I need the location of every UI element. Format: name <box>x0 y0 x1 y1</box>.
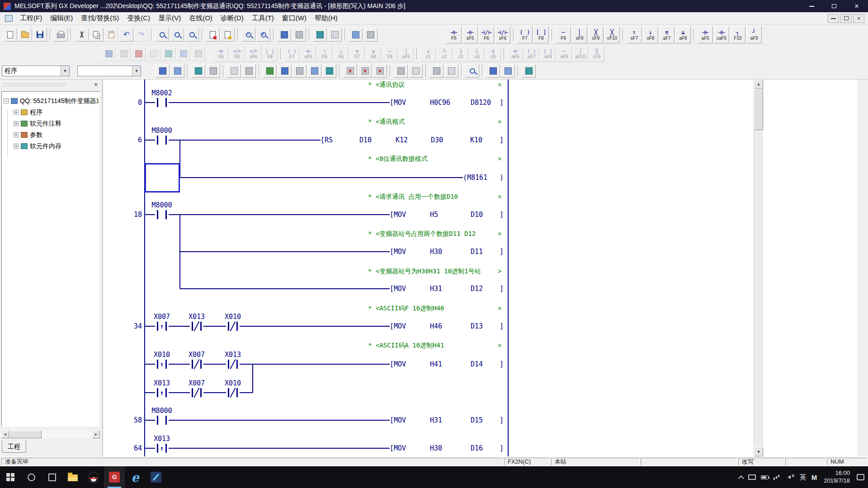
note-display-button[interactable] <box>191 64 205 78</box>
contact-X010[interactable] <box>226 321 240 331</box>
tree-item-expander[interactable]: + <box>14 121 19 126</box>
qq-taskbar-button[interactable] <box>83 466 104 488</box>
online-change-cancel-button[interactable] <box>358 64 372 78</box>
ladder-symbol-cF10-button[interactable]: ╳cF10 <box>604 26 620 43</box>
save-project-button[interactable] <box>33 28 47 42</box>
project-data-list-button[interactable] <box>277 28 291 42</box>
restore-button[interactable] <box>823 0 845 12</box>
display-status-icon[interactable] <box>748 474 756 480</box>
program-previous-button[interactable] <box>486 64 500 78</box>
ladder-symbol-aF9-button[interactable]: ┘aF9 <box>746 26 762 43</box>
tree-root-expander[interactable]: − <box>4 99 9 103</box>
ladder-symbol-sF9-button[interactable]: │sF9 <box>572 26 587 43</box>
statement-display-button[interactable] <box>170 64 184 78</box>
tray-expand-icon[interactable] <box>738 475 744 481</box>
tree-item-expander[interactable]: + <box>14 132 19 137</box>
mdi-restore-button[interactable] <box>840 14 852 23</box>
ladder-symbol-F8-button[interactable]: [ ]F8 <box>533 26 549 43</box>
internet-explorer-taskbar-button[interactable]: e <box>125 466 146 488</box>
monitor-stop-button[interactable] <box>343 64 357 78</box>
hscroll-right-button[interactable]: ► <box>92 431 100 438</box>
hscroll-thumb[interactable] <box>9 431 42 438</box>
contact-X010[interactable] <box>226 388 240 398</box>
tree-item-expander[interactable]: + <box>14 110 19 115</box>
volume-muted-icon[interactable] <box>786 474 795 480</box>
edit-delete-button[interactable] <box>373 64 387 78</box>
zoom-in-button[interactable] <box>256 28 270 42</box>
write-mode-button[interactable] <box>307 64 321 78</box>
contact-X007[interactable]: ↑ <box>155 321 169 331</box>
ladder-symbol-sF5-button[interactable]: ⊣⊢sF5 <box>462 26 478 43</box>
instruction-MOV[interactable]: [MOV <box>390 284 406 293</box>
contact-X010[interactable]: ↑ <box>155 359 169 369</box>
scroll-up-button[interactable]: ▲ <box>754 80 763 89</box>
minimize-button[interactable] <box>800 0 823 12</box>
ladder-monitor-mark-button[interactable] <box>221 28 235 42</box>
contact-M8000[interactable] <box>155 210 169 220</box>
tree-item-1[interactable]: +软元件注释 <box>4 118 99 129</box>
insert-column-button[interactable] <box>429 64 443 78</box>
ladder-edit-mark-button[interactable] <box>206 28 220 42</box>
window-arrange-button[interactable] <box>292 28 306 42</box>
close-button[interactable]: × <box>845 0 868 12</box>
ladder-symbol-F6-button[interactable]: ⊣/⊢F6 <box>479 26 494 43</box>
program-next-button[interactable] <box>501 64 515 78</box>
menu-item-6[interactable]: 诊断(D) <box>217 12 248 24</box>
instruction-RS[interactable]: [RS <box>321 136 333 145</box>
contact-X007[interactable] <box>190 388 203 398</box>
instruction-MOV[interactable]: [MOV <box>390 360 406 369</box>
menu-item-2[interactable]: 查找/替换(S) <box>77 12 123 24</box>
hscroll-left-button[interactable]: ◄ <box>1 431 9 438</box>
ladder-symbol-sF7-button[interactable]: ↑sF7 <box>627 26 642 43</box>
hscroll-track[interactable] <box>9 431 92 438</box>
menu-item-7[interactable]: 工具(T) <box>248 12 278 24</box>
instruction-MOV[interactable]: [MOV <box>390 98 406 107</box>
menu-item-4[interactable]: 显示(V) <box>154 12 185 24</box>
insert-row-button[interactable] <box>394 64 408 78</box>
instruction-MOV[interactable]: [MOV <box>390 444 406 453</box>
tree-item-expander[interactable]: + <box>14 144 19 149</box>
secondary-select[interactable]: ▼ <box>77 66 141 76</box>
contact-X013[interactable] <box>190 321 203 331</box>
ladder-symbol-aF8-button[interactable]: ⇊aF8 <box>675 26 691 43</box>
menu-item-5[interactable]: 在线(O) <box>185 12 217 24</box>
ladder-symbol-F10-button[interactable]: ┐F10 <box>730 26 745 43</box>
mdi-minimize-button[interactable] <box>828 14 839 23</box>
instruction-MOV[interactable]: [MOV <box>390 322 406 331</box>
network-status-icon[interactable] <box>774 474 781 480</box>
open-project-button[interactable] <box>18 28 32 42</box>
monitor-write-mode-button[interactable] <box>278 64 292 78</box>
macro-display-button[interactable] <box>227 64 241 78</box>
instruction-list-button[interactable] <box>313 28 327 42</box>
ladder-monitor-start-button[interactable] <box>263 64 277 78</box>
scroll-down-button[interactable]: ▼ <box>754 447 763 456</box>
cortana-taskbar-button[interactable] <box>21 466 42 488</box>
menu-item-1[interactable]: 编辑(E) <box>46 12 77 24</box>
pinned-app-dark-taskbar-button[interactable] <box>146 466 166 488</box>
tree-item-2[interactable]: +参数 <box>4 129 99 141</box>
contact-X007[interactable] <box>190 359 203 369</box>
delete-column-button[interactable] <box>444 64 458 78</box>
monitor-mode-button[interactable] <box>322 64 336 78</box>
ladder-symbol-aF7-button[interactable]: ⇈aF7 <box>659 26 675 43</box>
find-button[interactable] <box>155 28 169 42</box>
contact-X013[interactable]: ↑ <box>155 388 169 398</box>
mdi-child-icon[interactable] <box>5 15 13 22</box>
ladder-symbol-F5-button[interactable]: ⊣⊢F5 <box>446 26 462 43</box>
ladder-symbol-sF8-button[interactable]: ↓sF8 <box>643 26 658 43</box>
comment-display-button[interactable] <box>156 64 170 78</box>
undo-button[interactable]: ↶ <box>119 28 133 42</box>
tree-close-button[interactable]: × <box>92 80 100 89</box>
ladder-symbol-caF5-button[interactable]: ⊣⊢caF5 <box>714 26 729 43</box>
screen-switch-button[interactable] <box>522 64 536 78</box>
instruction-MOV[interactable]: [MOV <box>390 247 406 256</box>
task-view-taskbar-button[interactable] <box>42 466 62 488</box>
action-center-icon[interactable] <box>857 474 864 480</box>
contact-X013[interactable] <box>226 359 240 369</box>
contact-M8002[interactable] <box>155 98 169 108</box>
copy-button[interactable] <box>90 28 104 42</box>
gx-developer-taskbar-button[interactable]: G <box>104 466 125 488</box>
file-explorer-taskbar-button[interactable] <box>62 466 83 488</box>
program-check-button[interactable] <box>349 28 363 42</box>
contact-X013[interactable]: ↑ <box>155 443 169 453</box>
